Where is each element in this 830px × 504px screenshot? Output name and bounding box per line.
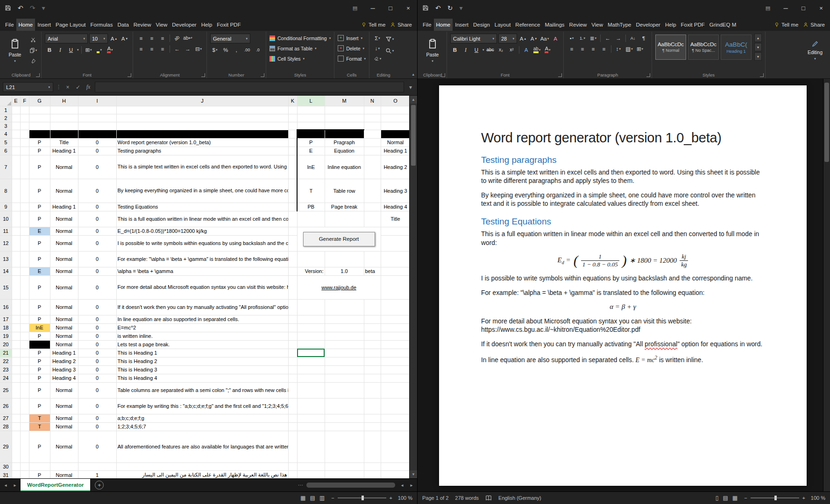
cell-right-to-left[interactable]: 0	[78, 398, 116, 414]
cell[interactable]	[29, 106, 50, 114]
row-header-4[interactable]: 4	[0, 130, 12, 138]
row-header-19[interactable]: 19	[0, 332, 12, 340]
zoom-slider-thumb[interactable]	[362, 496, 364, 500]
cell[interactable]	[20, 332, 29, 340]
cell[interactable]	[20, 299, 29, 315]
col-header-J[interactable]: J	[116, 96, 288, 106]
cell[interactable]	[364, 211, 381, 227]
document-page[interactable]: Word report generator (version 1.0_beta)…	[439, 85, 807, 486]
cell-styles-list[interactable]: Title	[381, 211, 409, 227]
font-size-select[interactable]: 28▾	[498, 34, 517, 43]
cell-type[interactable]: InE	[29, 323, 50, 332]
cell[interactable]	[297, 251, 325, 267]
add-sheet-button[interactable]: +	[95, 481, 104, 490]
row-header-6[interactable]: 6	[0, 147, 12, 155]
cell-style[interactable]: Normal	[50, 179, 78, 203]
font-name-select[interactable]: Arial▾	[45, 34, 88, 43]
header-type[interactable]: Type	[29, 130, 50, 138]
cell[interactable]	[20, 267, 29, 275]
cell[interactable]	[364, 251, 381, 267]
font-size-select[interactable]: 10▾	[89, 34, 108, 43]
word-tab-insert[interactable]: Insert	[453, 19, 471, 31]
col-header-H[interactable]: H	[50, 96, 78, 106]
cell[interactable]	[288, 315, 297, 323]
cell[interactable]	[381, 365, 409, 374]
excel-tab-developer[interactable]: Developer	[170, 19, 199, 31]
row-header-3[interactable]: 3	[0, 122, 12, 130]
cell[interactable]	[12, 365, 20, 374]
cell[interactable]	[288, 323, 297, 332]
cell[interactable]	[364, 349, 381, 357]
cell-text[interactable]: For example by writing this : "a;b;c;d;e…	[116, 398, 288, 414]
row-header-24[interactable]: 24	[0, 374, 12, 382]
cell-explanation[interactable]: Page break	[325, 203, 364, 211]
row-header-2[interactable]: 2	[0, 114, 12, 122]
excel-tab-tell-me[interactable]: Tell me	[359, 19, 388, 31]
cell[interactable]	[20, 462, 29, 470]
cell[interactable]	[364, 147, 381, 155]
cell-type[interactable]: P	[29, 365, 50, 374]
cell-style[interactable]: Normal	[50, 299, 78, 315]
clear-formatting-icon[interactable]: A	[551, 34, 560, 43]
cell[interactable]	[297, 106, 325, 114]
word-tab-design[interactable]: Design	[471, 19, 492, 31]
row-header-30[interactable]: 30	[0, 462, 12, 470]
cell[interactable]	[325, 323, 364, 332]
cell-text[interactable]: For more detail about Microsoft equation…	[116, 275, 288, 299]
row-header-7[interactable]: 7	[0, 155, 12, 179]
paragraph-dialog-launcher[interactable]	[646, 73, 650, 77]
cell-right-to-left[interactable]	[78, 462, 116, 470]
cell[interactable]	[381, 227, 409, 235]
cell[interactable]	[381, 414, 409, 422]
cell[interactable]	[12, 332, 20, 340]
word-tab-mathtype[interactable]: MathType	[605, 19, 634, 31]
cell-text[interactable]: Testing paragraphs	[116, 147, 288, 155]
cell-styles-list[interactable]: Heading 4	[381, 203, 409, 211]
cell[interactable]	[364, 155, 381, 179]
strikethrough-button[interactable]: abc	[486, 45, 495, 54]
cell[interactable]	[325, 349, 364, 357]
version-value[interactable]: 1.0	[325, 267, 364, 275]
cell[interactable]	[297, 422, 325, 431]
cell[interactable]	[20, 340, 29, 349]
zoom-level[interactable]: 100 %	[809, 495, 825, 501]
sheet-prev-icon[interactable]: ◂	[2, 483, 9, 488]
cell-explanation[interactable]: Pragraph	[325, 138, 364, 147]
word-tab-review[interactable]: Review	[567, 19, 589, 31]
cell[interactable]	[297, 340, 325, 349]
cell[interactable]	[381, 251, 409, 267]
row-header-8[interactable]: 8	[0, 179, 12, 203]
grow-font-button[interactable]: A▲	[518, 34, 528, 43]
cell-style[interactable]: Normal	[50, 470, 78, 478]
cell[interactable]	[297, 122, 325, 130]
cell[interactable]	[325, 382, 364, 398]
cell[interactable]	[288, 398, 297, 414]
cell[interactable]	[381, 315, 409, 323]
cell[interactable]	[381, 398, 409, 414]
col-header-L[interactable]: L	[297, 96, 325, 106]
website-link[interactable]: www.rajjoub.de	[297, 275, 381, 299]
cell[interactable]	[12, 275, 20, 299]
cell-type[interactable]: P	[29, 155, 50, 179]
cell-styles-button[interactable]: Cell Styles▾	[270, 54, 331, 63]
cell[interactable]	[20, 155, 29, 179]
cell[interactable]	[12, 414, 20, 422]
header-style[interactable]: Style	[50, 130, 78, 138]
cell[interactable]	[12, 382, 20, 398]
cell[interactable]	[288, 382, 297, 398]
vertical-scrollbar[interactable]: ▲ ▼	[409, 96, 417, 478]
cell-type[interactable]: E	[29, 227, 50, 235]
cell-right-to-left[interactable]: 0	[78, 357, 116, 365]
cell[interactable]	[20, 211, 29, 227]
cell[interactable]	[297, 398, 325, 414]
row-header-29[interactable]: 29	[0, 431, 12, 462]
fill-color-icon[interactable]: ▾	[95, 45, 104, 54]
cell[interactable]	[364, 138, 381, 147]
cell[interactable]	[20, 382, 29, 398]
cell-text[interactable]: Lets test a page break.	[116, 340, 288, 349]
cell[interactable]	[288, 374, 297, 382]
cell-text[interactable]: This is Heading 1	[116, 349, 288, 357]
cell[interactable]	[297, 332, 325, 340]
cell[interactable]	[20, 315, 29, 323]
cell[interactable]	[297, 470, 325, 478]
